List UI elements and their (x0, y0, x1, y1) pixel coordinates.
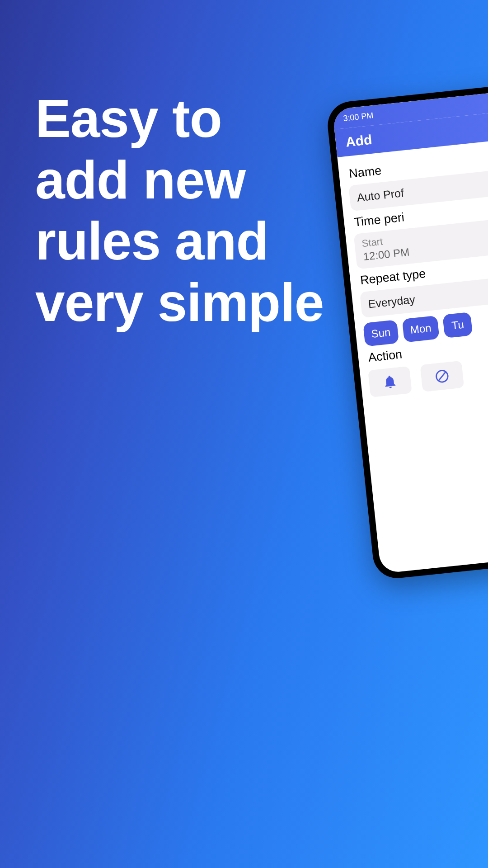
headline-line: Easy to (35, 88, 324, 150)
day-chip-tue[interactable]: Tu (443, 312, 473, 338)
phone-frame: 3:00 PM Add Name Auto Prof Time peri Sta… (325, 80, 488, 581)
headline-line: add new (35, 150, 324, 211)
day-chip-sun[interactable]: Sun (363, 320, 399, 347)
app-bar-title: Add (345, 132, 373, 150)
day-chip-mon[interactable]: Mon (402, 316, 440, 343)
headline-line: very simple (35, 272, 324, 334)
action-bell-button[interactable] (368, 366, 412, 397)
status-time: 3:00 PM (343, 111, 374, 123)
phone-mockup: 3:00 PM Add Name Auto Prof Time peri Sta… (325, 80, 488, 581)
bell-icon (381, 373, 398, 390)
action-block-button[interactable] (420, 361, 464, 392)
headline-line: rules and (35, 211, 324, 272)
promo-headline: Easy to add new rules and very simple (35, 88, 324, 334)
form-content: Name Auto Prof Time peri Start 12:00 PM … (337, 134, 488, 404)
block-icon (434, 368, 450, 385)
phone-screen: 3:00 PM Add Name Auto Prof Time peri Sta… (332, 86, 488, 574)
